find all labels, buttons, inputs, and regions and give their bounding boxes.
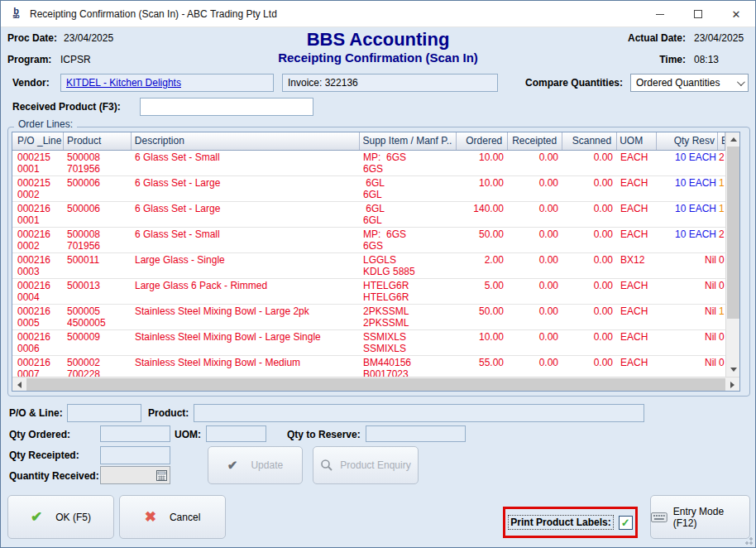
column-header: B (718, 132, 725, 150)
grid-cell: 10 EACH (658, 228, 719, 252)
scroll-down-button[interactable] (726, 363, 740, 377)
grid-cell: EACH (618, 202, 658, 227)
grid-cell: 0 (719, 279, 725, 304)
order-line-row[interactable]: 00021500015000087019566 Glass Set - Smal… (12, 151, 725, 176)
column-header: P/O _Line (12, 132, 64, 150)
grid-cell: LGGLSKDLG 5885 (360, 253, 457, 278)
ok-button[interactable]: ✔ OK (F5) (7, 495, 114, 539)
grid-cell: 6 Glass Set - Large (132, 202, 360, 227)
grid-cell: 10 EACH (658, 151, 719, 175)
grid-cell: 0002160007 (12, 356, 64, 377)
actual-date-value: 23/04/2025 (694, 32, 749, 44)
grid-cell: 500002700228 (64, 356, 132, 377)
grid-cell: Large Glass - Single (132, 253, 360, 278)
grid-cell: 0 (719, 253, 725, 278)
order-line-row[interactable]: 0002160004500013Large Glass 6 Pack - Rim… (12, 279, 725, 305)
checkbox-check-icon: ✓ (621, 517, 630, 528)
grid-cell: 0.00 (563, 228, 618, 252)
compare-quantities-select[interactable]: Ordered Quantities (630, 74, 749, 92)
entry-mode-button[interactable]: Entry Mode (F12) (650, 495, 750, 539)
grid-cell: BM440156B0017023 (360, 356, 457, 377)
product-enquiry-button[interactable]: Product Enquiry (313, 446, 419, 484)
grid-cell: 0.00 (509, 228, 563, 252)
grid-cell: 140.00 (457, 202, 509, 227)
title-bar: bsb Receipting Confirmation (Scan In) - … (1, 1, 755, 27)
quantity-received-field[interactable] (100, 466, 170, 484)
grid-cell: 5000054500005 (64, 305, 132, 329)
order-line-row[interactable]: 00021600015000066 Glass Set - Large 6GL6… (12, 202, 725, 228)
grid-cell: 50.00 (457, 305, 509, 329)
maximize-button[interactable] (679, 1, 717, 27)
grid-cell: 0002150001 (12, 151, 64, 175)
scroll-left-button[interactable] (12, 377, 26, 392)
grid-cell: 5.00 (457, 279, 509, 304)
maximize-icon (694, 10, 702, 18)
vertical-scrollbar-thumb[interactable] (727, 147, 739, 319)
order-line-row[interactable]: 00021500025000066 Glass Set - Large 6GL6… (12, 176, 725, 202)
horizontal-scrollbar-thumb[interactable] (26, 378, 725, 391)
uom-field[interactable] (206, 425, 266, 442)
print-product-labels-checkbox[interactable]: ✓ (619, 516, 633, 530)
qty-receipted-field[interactable] (100, 446, 170, 464)
window-title: Receipting Confirmation (Scan In) - ABC … (30, 8, 277, 20)
horizontal-scrollbar[interactable] (12, 377, 739, 391)
resize-grip[interactable] (743, 535, 753, 545)
grid-cell: 0.00 (563, 356, 618, 377)
grid-cell: 500006 (64, 202, 132, 227)
grid-cell: 0.00 (563, 176, 618, 201)
grid-cell: Nil (658, 330, 719, 355)
grid-cell: 500008701956 (64, 228, 132, 252)
grid-cell: Stainless Steel Mixing Bowl - Medium (132, 356, 360, 377)
close-button[interactable]: ✕ (717, 1, 755, 27)
scroll-right-button[interactable] (725, 377, 739, 392)
calculator-icon[interactable] (156, 469, 168, 482)
compare-quantities-value: Ordered Quantities (636, 77, 720, 89)
vertical-scrollbar[interactable] (725, 132, 739, 377)
cancel-button[interactable]: ✖ Cancel (119, 495, 226, 539)
grid-cell: 500008701956 (64, 151, 132, 175)
vendor-field[interactable]: KITDEL - Kitchen Delights (60, 74, 274, 92)
grid-cell: EACH (618, 305, 658, 329)
scroll-up-button[interactable] (726, 132, 740, 147)
actual-date-row: Actual Date: 23/04/2025 (621, 32, 749, 44)
grid-cell: 0.00 (509, 330, 563, 355)
order-lines-group-label: Order Lines: (14, 118, 77, 130)
grid-cell: 10.00 (457, 151, 509, 175)
column-header: Supp Item / Manf P.. (360, 132, 457, 150)
column-header: UOM (617, 132, 657, 150)
grid-cell: 500009 (64, 330, 132, 355)
minimize-button[interactable] (641, 1, 679, 27)
column-header: Receipted (508, 132, 562, 150)
grid-cell: MP: 6GS6GS (360, 151, 457, 175)
qty-ordered-label: Qty Ordered: (9, 429, 70, 440)
order-line-row[interactable]: 00021600025000087019566 Glass Set - Smal… (12, 228, 725, 253)
grid-cell: EACH (618, 151, 658, 175)
grid-cell: 2PKSSML2PKSSML (360, 305, 457, 329)
update-button[interactable]: ✔ Update (208, 446, 303, 484)
grid-cell: 0.00 (509, 305, 563, 329)
grid-cell: 50.00 (457, 228, 509, 252)
column-header: Description (132, 132, 360, 150)
qty-ordered-field[interactable] (100, 425, 170, 442)
po-and-line-field[interactable] (67, 404, 141, 422)
order-line-row[interactable]: 0002160006500009Stainless Steel Mixing B… (12, 330, 725, 356)
entry-mode-button-label: Entry Mode (F12) (673, 506, 749, 529)
invoice-value: Invoice: 322136 (288, 77, 358, 89)
order-line-row[interactable]: 0002160007500002700228Stainless Steel Mi… (12, 356, 725, 377)
received-product-label: Received Product (F3): (12, 101, 121, 113)
received-product-input[interactable] (140, 98, 313, 116)
qty-to-reserve-field[interactable] (366, 425, 466, 442)
print-product-labels-label: Print Product Labels: (508, 515, 613, 530)
order-line-row[interactable]: 0002160003500011Large Glass - SingleLGGL… (12, 253, 725, 279)
product-enquiry-button-label: Product Enquiry (340, 459, 410, 471)
magnifier-icon (320, 459, 333, 472)
product-field[interactable] (194, 404, 644, 422)
grid-cell: 0.00 (509, 279, 563, 304)
keyboard-icon (651, 512, 667, 523)
ok-button-label: OK (F5) (55, 512, 91, 523)
update-button-label: Update (251, 459, 283, 471)
order-line-row[interactable]: 00021600055000054500005Stainless Steel M… (12, 305, 725, 330)
vendor-link[interactable]: KITDEL - Kitchen Delights (66, 77, 181, 89)
triangle-down-icon (730, 368, 737, 372)
grid-cell: 1 (719, 202, 725, 227)
